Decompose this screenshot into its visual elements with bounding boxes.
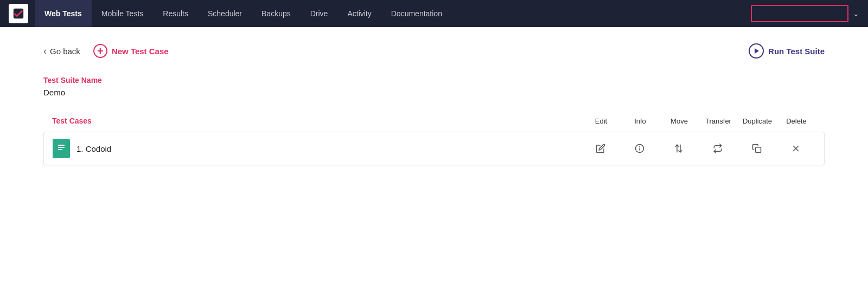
nav-items: Web Tests Mobile Tests Results Scheduler… <box>35 0 751 27</box>
col-test-cases: Test Cases <box>52 117 582 125</box>
nav-item-drive[interactable]: Drive <box>301 0 338 27</box>
chevron-down-icon[interactable]: ⌄ <box>853 9 859 18</box>
test-case-name: 1. Codoid <box>76 144 111 153</box>
move-button[interactable] <box>659 144 698 153</box>
svg-rect-11 <box>756 147 761 153</box>
transfer-button[interactable] <box>698 144 737 153</box>
nav-item-activity[interactable]: Activity <box>337 0 381 27</box>
col-actions: Edit Info Move Transfer Duplicate Delete <box>582 117 816 125</box>
table-header: Test Cases Edit Info Move Transfer Dupli… <box>43 112 825 130</box>
nav-item-scheduler[interactable]: Scheduler <box>198 0 252 27</box>
col-move: Move <box>660 117 699 125</box>
info-button[interactable] <box>620 144 659 153</box>
svg-rect-3 <box>58 145 65 146</box>
col-edit: Edit <box>582 117 621 125</box>
toolbar: ‹ Go back + New Test Case Run Test Suite <box>43 43 825 59</box>
plus-circle-icon: + <box>93 44 107 58</box>
suite-name-section: Test Suite Name Demo <box>43 76 825 97</box>
svg-marker-1 <box>755 48 759 54</box>
test-case-icon <box>53 139 70 158</box>
toolbar-left: ‹ Go back + New Test Case <box>43 44 169 58</box>
play-circle-icon <box>749 43 764 59</box>
back-arrow-icon: ‹ <box>43 46 47 57</box>
duplicate-button[interactable] <box>737 144 776 153</box>
svg-rect-4 <box>58 147 65 148</box>
nav-item-mobile-tests[interactable]: Mobile Tests <box>92 0 154 27</box>
col-transfer: Transfer <box>699 117 738 125</box>
new-test-case-label: New Test Case <box>112 47 169 56</box>
go-back-label: Go back <box>50 47 80 56</box>
navbar-right: ⌄ <box>751 5 859 22</box>
col-delete: Delete <box>777 117 816 125</box>
go-back-button[interactable]: ‹ Go back <box>43 46 80 57</box>
nav-item-web-tests[interactable]: Web Tests <box>35 0 92 27</box>
nav-item-results[interactable]: Results <box>153 0 198 27</box>
new-test-case-button[interactable]: + New Test Case <box>93 44 169 58</box>
edit-button[interactable] <box>581 144 620 153</box>
nav-item-backups[interactable]: Backups <box>252 0 301 27</box>
col-duplicate: Duplicate <box>738 117 777 125</box>
row-actions <box>581 144 815 153</box>
page-content: ‹ Go back + New Test Case Run Test Suite… <box>0 27 868 291</box>
logo <box>9 4 28 23</box>
suite-name-value: Demo <box>43 88 825 97</box>
col-info: Info <box>621 117 660 125</box>
svg-rect-2 <box>56 143 66 154</box>
table-row: 1. Codoid <box>43 132 825 165</box>
nav-item-documentation[interactable]: Documentation <box>381 0 452 27</box>
run-test-suite-button[interactable]: Run Test Suite <box>749 43 825 59</box>
svg-rect-5 <box>58 149 62 150</box>
suite-name-label: Test Suite Name <box>43 76 825 85</box>
run-suite-label: Run Test Suite <box>768 47 825 56</box>
navbar: Web Tests Mobile Tests Results Scheduler… <box>0 0 868 27</box>
search-input[interactable] <box>751 5 848 22</box>
delete-button[interactable] <box>776 144 815 153</box>
row-left: 1. Codoid <box>53 139 581 158</box>
